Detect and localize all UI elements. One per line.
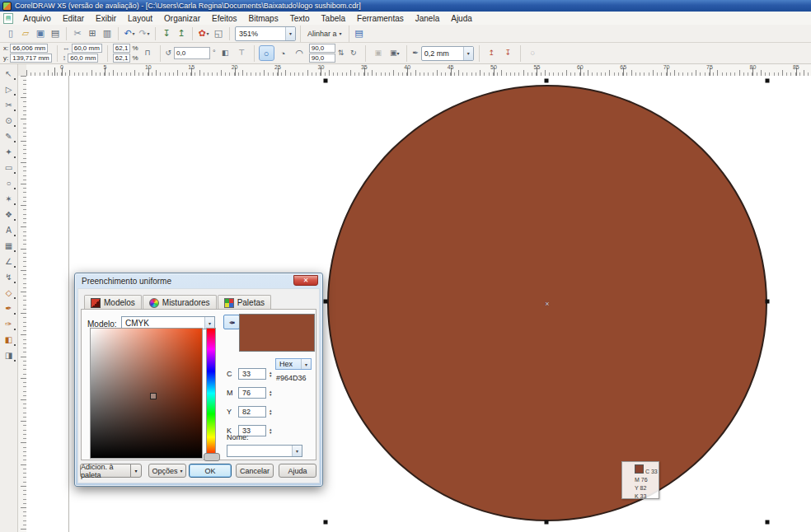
- close-button[interactable]: ✕: [293, 275, 318, 286]
- hex-display-select[interactable]: Hex ▾: [275, 358, 312, 370]
- spin-updown-icon[interactable]: ⇅: [338, 49, 345, 57]
- separator[interactable]: [155, 27, 156, 40]
- eyedropper-button[interactable]: ✒: [223, 315, 240, 329]
- position-x-field[interactable]: 66,006 mm: [10, 44, 48, 53]
- separator[interactable]: [118, 27, 119, 40]
- spinner[interactable]: ▴ ▾: [270, 427, 272, 434]
- interactive-fill-tool[interactable]: ◨: [2, 348, 16, 362]
- add-to-palette-dropdown[interactable]: ▾: [130, 464, 142, 478]
- object-height-field[interactable]: 60,0 mm: [68, 54, 98, 63]
- tab-paletas[interactable]: Paletas: [218, 295, 271, 310]
- help-button[interactable]: Ajuda: [279, 464, 316, 478]
- shape-tool[interactable]: ▷: [2, 82, 16, 96]
- outline-width-select[interactable]: 0,2 mm ▾: [421, 46, 474, 61]
- to-front-button[interactable]: ↥: [485, 46, 499, 60]
- text-wrap-button[interactable]: ▣ ▾: [387, 46, 401, 60]
- spinner[interactable]: ▴ ▾: [270, 390, 272, 396]
- component-value-field[interactable]: 82: [238, 406, 266, 418]
- menu-organizar[interactable]: Organizar: [158, 13, 206, 24]
- chevron-down-icon[interactable]: ▾: [285, 27, 295, 40]
- zoom-tool[interactable]: ⊙: [2, 113, 16, 128]
- menu-editar[interactable]: Editar: [57, 13, 90, 24]
- fullscreen-button[interactable]: ◱: [211, 26, 226, 41]
- color-eyedropper-tool[interactable]: ✒: [2, 301, 16, 315]
- spin-down-icon[interactable]: ▾: [270, 374, 272, 377]
- options-button[interactable]: Opções ▾: [148, 464, 186, 478]
- connector-tool[interactable]: ↯: [2, 269, 16, 284]
- smart-fill-tool[interactable]: ✦: [2, 144, 16, 159]
- spinner[interactable]: ▴ ▾: [270, 371, 272, 377]
- add-to-palette-button[interactable]: Adicion. à paleta: [80, 464, 131, 478]
- spin-down-icon[interactable]: ▾: [270, 412, 272, 415]
- selection-handle[interactable]: [766, 79, 770, 83]
- component-value-field[interactable]: 33: [238, 368, 266, 380]
- snap-to-button[interactable]: Alinhar a ▾: [303, 28, 346, 40]
- dimension-tool[interactable]: ∠: [2, 254, 16, 268]
- import-button[interactable]: ↧: [159, 26, 174, 41]
- outline-pen-tool[interactable]: ✑: [2, 316, 16, 331]
- cut-button[interactable]: ✂: [70, 26, 85, 41]
- ellipse-tool[interactable]: ○: [2, 175, 16, 190]
- arc-end-angle-field[interactable]: 90,0: [309, 54, 335, 63]
- menu-tabela[interactable]: Tabela: [316, 13, 351, 24]
- paste-button[interactable]: ▥: [100, 26, 115, 41]
- spinner[interactable]: ▴ ▾: [270, 408, 272, 415]
- selection-handle[interactable]: [545, 520, 549, 525]
- mirror-horizontal-button[interactable]: ◧: [218, 46, 232, 60]
- hue-slider-handle[interactable]: [204, 453, 220, 461]
- export-button[interactable]: ↥: [174, 26, 189, 41]
- menu-janela[interactable]: Janela: [410, 13, 445, 24]
- mirror-vertical-button[interactable]: ⊤: [235, 46, 249, 60]
- selection-handle[interactable]: [545, 79, 549, 83]
- object-width-field[interactable]: 60,0 mm: [72, 44, 102, 53]
- welcome-button[interactable]: ✿ ▾: [196, 26, 211, 41]
- new-button[interactable]: ▯: [3, 26, 18, 41]
- lock-ratio-button[interactable]: ⊓: [141, 46, 155, 60]
- blend-tool[interactable]: ◇: [2, 285, 16, 300]
- menu-arquivo[interactable]: Arquivo: [17, 13, 57, 24]
- selection-handle[interactable]: [766, 300, 770, 304]
- cancel-button[interactable]: Cancelar: [236, 464, 274, 478]
- convert-to-curves-button[interactable]: ◌: [526, 46, 540, 60]
- print-button[interactable]: ▤: [48, 26, 63, 41]
- horizontal-ruler[interactable]: 0510152025303540455055606570758085: [26, 64, 811, 77]
- basic-shapes-tool[interactable]: ❖: [2, 207, 16, 222]
- options-button[interactable]: ▤: [352, 26, 367, 41]
- open-button[interactable]: ▱: [18, 26, 33, 41]
- menu-ferramentas[interactable]: Ferramentas: [351, 13, 410, 24]
- pick-tool[interactable]: ↖: [2, 66, 16, 81]
- menu-exibir[interactable]: Exibir: [90, 13, 122, 24]
- scale-v-field[interactable]: 62,1: [113, 54, 131, 63]
- separator[interactable]: [192, 27, 193, 40]
- selection-handle[interactable]: [324, 79, 328, 83]
- menu-efeitos[interactable]: Efeitos: [206, 13, 243, 24]
- to-back-button[interactable]: ↧: [501, 46, 515, 60]
- color-field-marker[interactable]: [150, 393, 157, 399]
- fill-tool[interactable]: ◧: [2, 332, 16, 347]
- chevron-down-icon[interactable]: ▾: [463, 47, 473, 60]
- selection-handle[interactable]: [324, 300, 328, 304]
- ok-button[interactable]: OK: [189, 464, 232, 478]
- zoom-level-select[interactable]: 351% ▾: [235, 26, 296, 41]
- chevron-down-icon[interactable]: ▾: [301, 359, 311, 369]
- menu-ajuda[interactable]: Ajuda: [445, 13, 478, 24]
- chevron-down-icon[interactable]: ▾: [292, 446, 302, 456]
- crop-tool[interactable]: ✂: [2, 97, 16, 112]
- copy-button[interactable]: ⊞: [85, 26, 100, 41]
- separator[interactable]: [229, 27, 230, 40]
- chevron-down-icon[interactable]: ▾: [204, 317, 214, 329]
- arc-direction-button[interactable]: ↻: [346, 46, 360, 60]
- menu-layout[interactable]: Layout: [122, 13, 158, 24]
- table-tool[interactable]: ▦: [2, 238, 16, 253]
- redo-button[interactable]: ↷ ▾: [137, 26, 152, 41]
- hue-strip[interactable]: [206, 328, 216, 459]
- tab-modelos[interactable]: Modelos: [84, 295, 142, 310]
- spin-down-icon[interactable]: ▾: [270, 393, 272, 396]
- menu-texto[interactable]: Texto: [284, 13, 316, 24]
- dialog-title-bar[interactable]: Preenchimento uniforme: [75, 273, 322, 288]
- spin-down-icon[interactable]: ▾: [270, 431, 272, 434]
- arc-start-angle-field[interactable]: 90,0: [309, 44, 335, 53]
- selection-handle[interactable]: [324, 520, 328, 525]
- text-tool[interactable]: A: [2, 222, 16, 237]
- rectangle-tool[interactable]: ▭: [2, 160, 16, 175]
